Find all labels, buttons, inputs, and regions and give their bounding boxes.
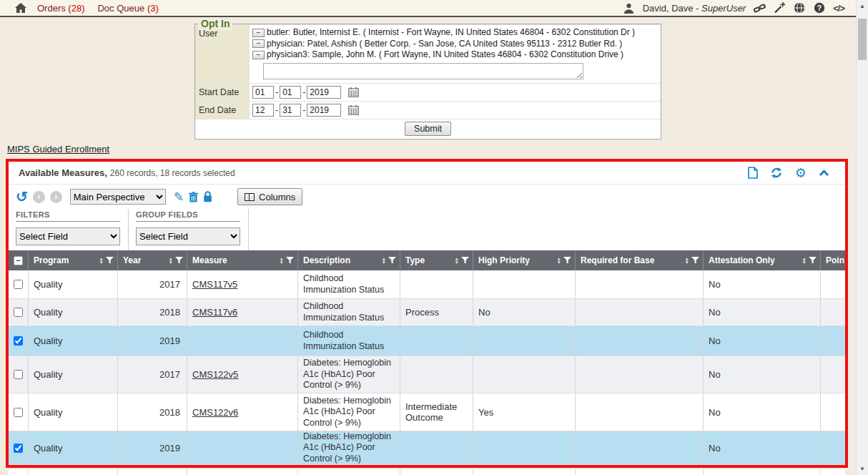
previous-perspective-icon[interactable]: ‹ <box>33 191 45 203</box>
filter-funnel-icon[interactable] <box>106 257 114 264</box>
available-measures-panel: Available Measures, 260 records, 18 reco… <box>6 159 848 468</box>
sort-icon[interactable]: ▲▼ <box>99 257 104 264</box>
date-separator: - <box>275 105 278 115</box>
link-icon[interactable] <box>753 1 766 14</box>
filter-funnel-icon[interactable] <box>175 257 183 264</box>
filters-section: FILTERS Select Field <box>16 209 129 250</box>
row-checkbox[interactable] <box>14 280 23 289</box>
start-date-year-input[interactable] <box>307 86 341 99</box>
start-date-row: Start Date - - <box>195 83 661 101</box>
tab-orders[interactable]: Orders (28) <box>37 3 84 14</box>
wand-icon[interactable] <box>773 1 786 14</box>
filters-select-field[interactable]: Select Field <box>16 227 120 245</box>
delete-perspective-icon[interactable] <box>189 192 198 202</box>
cell-program: Quality <box>29 431 118 464</box>
end-date-calendar-icon[interactable] <box>348 105 359 115</box>
collapse-chevron-icon[interactable] <box>819 170 829 177</box>
vertical-scrollbar[interactable]: ▲ ▼ <box>856 0 868 475</box>
start-date-month-input[interactable] <box>252 86 274 99</box>
next-perspective-icon[interactable]: › <box>50 191 62 203</box>
remove-user-button[interactable]: − <box>252 29 265 37</box>
filter-funnel-icon[interactable] <box>563 257 571 264</box>
end-date-month-input[interactable] <box>252 104 274 117</box>
start-date-calendar-icon[interactable] <box>348 87 359 97</box>
remove-user-button[interactable]: − <box>252 39 265 48</box>
perspective-select[interactable]: Main Perspective <box>70 189 166 205</box>
remove-user-button[interactable]: − <box>252 51 265 59</box>
date-separator: - <box>275 87 278 97</box>
sort-icon[interactable]: ▲▼ <box>557 257 561 264</box>
table-row[interactable]: Quality 2017 CMS122v5 Diabetes: Hemoglob… <box>9 356 845 393</box>
header-measure[interactable]: Measure▲▼ <box>187 250 298 270</box>
header-attestation-only[interactable]: Attestation Only▲▼ <box>704 250 821 270</box>
user-search-input[interactable] <box>263 63 583 79</box>
row-checkbox[interactable] <box>14 336 23 346</box>
table-row[interactable]: Quality 2018 CMS117v6 Childhood Immuniza… <box>9 299 845 326</box>
end-date-row: End Date - - <box>195 101 661 119</box>
filter-funnel-icon[interactable] <box>809 257 817 264</box>
sort-icon[interactable]: ▲▼ <box>382 257 386 264</box>
help-icon[interactable]: ? <box>813 1 826 14</box>
group-fields-select-field[interactable]: Select Field <box>136 227 240 245</box>
row-checkbox[interactable] <box>14 308 23 317</box>
table-row[interactable]: Quality 2018 CMS122v6 Diabetes: Hemoglob… <box>9 393 845 431</box>
start-date-day-input[interactable] <box>280 86 301 99</box>
measure-link[interactable]: CMS122v5 <box>192 369 238 380</box>
filter-funnel-icon[interactable] <box>691 257 699 264</box>
sort-icon[interactable]: ▲▼ <box>685 257 689 264</box>
end-date-year-input[interactable] <box>307 104 341 117</box>
user-icon <box>623 1 636 14</box>
sort-icon[interactable]: ▲▼ <box>802 257 807 264</box>
cell-type <box>400 270 473 298</box>
table-row-selected[interactable]: Quality 2019 Diabetes: Hemoglobin A1c (H… <box>9 431 845 465</box>
opt-in-fieldset: Opt In User − butler: Butler, Internist … <box>194 24 661 139</box>
scrollbar-thumb[interactable] <box>858 19 867 60</box>
mips-guided-enrollment-link[interactable]: MIPS Guided Enrollment <box>7 144 109 155</box>
columns-button[interactable]: Columns <box>237 188 302 205</box>
select-all-checkbox[interactable]: − <box>14 256 23 265</box>
cell-required-for-base <box>576 431 704 464</box>
current-user[interactable]: David, Dave - SuperUser <box>643 3 746 14</box>
measure-link[interactable]: CMS117v6 <box>192 307 237 318</box>
row-checkbox[interactable] <box>14 370 23 379</box>
home-icon[interactable] <box>14 1 27 14</box>
header-program[interactable]: Program▲▼ <box>29 250 118 270</box>
end-date-label: End Date <box>195 102 250 119</box>
sort-icon[interactable]: ▲▼ <box>169 257 173 264</box>
header-points[interactable]: Poin <box>821 250 845 270</box>
code-icon[interactable]: </> <box>833 3 844 14</box>
table-row[interactable]: Quality 2017 CMS117v5 Childhood Immuniza… <box>9 270 845 299</box>
measure-link[interactable]: CMS122v6 <box>192 407 238 418</box>
top-navigation-bar: Orders (28) Doc Queue (3) David, Dave - … <box>0 0 856 17</box>
cell-high-priority <box>473 270 576 298</box>
row-checkbox[interactable] <box>14 444 23 453</box>
measure-link[interactable]: CMS117v5 <box>192 279 237 290</box>
topbar-tabs: Orders (28) Doc Queue (3) <box>37 3 159 14</box>
sort-icon[interactable]: ▲▼ <box>280 257 284 264</box>
filter-funnel-icon[interactable] <box>461 257 469 264</box>
header-required-for-base[interactable]: Required for Base▲▼ <box>576 250 704 270</box>
globe-icon[interactable] <box>793 1 806 14</box>
header-high-priority[interactable]: High Priority▲▼ <box>473 250 576 270</box>
header-description[interactable]: Description▲▼ <box>298 250 400 270</box>
table-row-selected[interactable]: Quality 2019 Childhood Immunization Stat… <box>9 326 845 356</box>
header-year[interactable]: Year▲▼ <box>118 250 187 270</box>
scroll-down-arrow[interactable]: ▼ <box>857 466 868 472</box>
undo-icon[interactable]: ↺ <box>16 190 28 203</box>
selected-user-text: butler: Butler, Internist E. ( Internist… <box>267 27 635 39</box>
sort-icon[interactable]: ▲▼ <box>455 257 459 264</box>
scroll-up-arrow[interactable]: ▲ <box>857 3 868 9</box>
header-type[interactable]: Type▲▼ <box>400 250 473 270</box>
filter-funnel-icon[interactable] <box>286 257 294 264</box>
filter-funnel-icon[interactable] <box>388 257 396 264</box>
lock-perspective-icon[interactable] <box>203 191 212 202</box>
edit-perspective-icon[interactable]: ✎ <box>174 190 184 205</box>
tab-doc-queue[interactable]: Doc Queue (3) <box>97 3 158 14</box>
row-checkbox[interactable] <box>14 408 23 417</box>
settings-gear-icon[interactable]: ⚙ <box>795 167 807 179</box>
group-fields-heading: GROUP FIELDS <box>136 210 240 222</box>
submit-button[interactable]: Submit <box>405 122 451 136</box>
new-document-icon[interactable] <box>748 167 758 179</box>
refresh-icon[interactable] <box>770 167 783 179</box>
end-date-day-input[interactable] <box>280 104 301 117</box>
